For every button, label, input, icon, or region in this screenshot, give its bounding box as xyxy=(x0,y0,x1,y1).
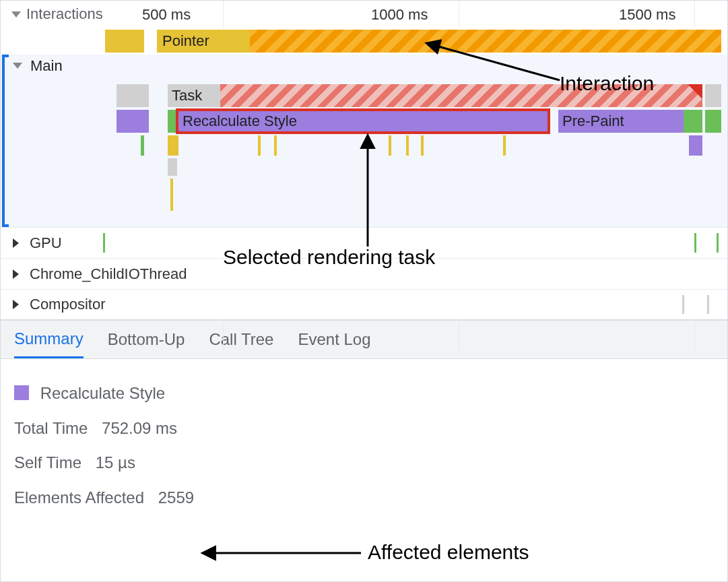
pre-paint-block[interactable]: Pre-Paint xyxy=(558,110,684,133)
gpu-mark[interactable] xyxy=(717,233,719,253)
gpu-mark[interactable] xyxy=(694,233,696,253)
purple-block[interactable] xyxy=(117,110,149,133)
green-block[interactable] xyxy=(705,110,721,133)
performance-flame-chart[interactable]: Interactions 500 ms 1000 ms 1500 ms Poin… xyxy=(1,1,727,320)
chevron-down-icon xyxy=(13,63,22,69)
tick-mark[interactable] xyxy=(141,135,144,156)
chevron-right-icon xyxy=(13,238,19,248)
tick-mark[interactable] xyxy=(406,135,409,156)
details-tabs: Summary Bottom-Up Call Tree Event Log xyxy=(1,320,727,359)
self-time-value: 15 µs xyxy=(96,453,135,472)
tab-bottom-up[interactable]: Bottom-Up xyxy=(108,321,185,358)
ruler-tick-1000: 1000 ms xyxy=(371,6,428,24)
elements-affected-label: Elements Affected xyxy=(14,488,144,507)
annotation-affected-elements: Affected elements xyxy=(368,541,529,564)
compositor-mark[interactable] xyxy=(682,295,684,314)
compositor-mark[interactable] xyxy=(707,295,709,314)
purple-small[interactable] xyxy=(689,135,702,156)
child-io-label: Chrome_ChildIOThread xyxy=(30,265,187,283)
ruler-tick-1500: 1500 ms xyxy=(619,6,675,24)
interactions-row: Pointer xyxy=(1,28,727,55)
tick-mark[interactable] xyxy=(170,179,173,211)
total-time-label: Total Time xyxy=(14,419,88,437)
time-ruler: Interactions 500 ms 1000 ms 1500 ms xyxy=(1,1,727,28)
gpu-label: GPU xyxy=(30,234,62,252)
tick-mark[interactable] xyxy=(421,135,424,156)
tick-mark[interactable] xyxy=(258,135,261,156)
ruler-tick-500: 500 ms xyxy=(142,6,191,24)
gpu-mark[interactable] xyxy=(103,233,105,253)
color-swatch xyxy=(14,385,29,400)
task-block-long[interactable]: Task xyxy=(168,84,702,107)
main-track-label: Main xyxy=(30,57,63,75)
task-block[interactable] xyxy=(705,84,721,107)
total-time-value: 752.09 ms xyxy=(102,419,177,437)
tab-summary[interactable]: Summary xyxy=(14,321,84,358)
long-task-warning xyxy=(220,84,702,107)
green-block[interactable] xyxy=(684,110,702,133)
summary-title: Recalculate Style xyxy=(40,384,165,402)
pointer-interaction[interactable]: Pointer xyxy=(157,30,250,53)
tick-mark[interactable] xyxy=(503,135,506,156)
tick-mark[interactable] xyxy=(168,158,177,176)
selection-highlight xyxy=(176,108,550,134)
chevron-down-icon xyxy=(11,11,21,18)
self-time-label: Self Time xyxy=(14,453,81,472)
tick-mark[interactable] xyxy=(389,135,391,156)
compositor-label: Compositor xyxy=(30,296,105,313)
chevron-right-icon xyxy=(13,300,19,309)
arrow-icon xyxy=(209,543,364,563)
interaction-long-tail[interactable] xyxy=(250,30,721,53)
interactions-track-header[interactable]: Interactions xyxy=(1,1,103,28)
chevron-right-icon xyxy=(13,269,19,279)
tick-mark[interactable] xyxy=(168,135,178,156)
gpu-track-header[interactable]: GPU xyxy=(1,227,727,258)
summary-panel: Recalculate Style Total Time 752.09 ms S… xyxy=(1,359,727,527)
interaction-segment[interactable] xyxy=(105,30,144,53)
child-io-thread-header[interactable]: Chrome_ChildIOThread xyxy=(1,258,727,289)
main-thread-track[interactable]: Main Task Recalculate Style Pre-Paint xyxy=(1,55,727,227)
interactions-label: Interactions xyxy=(26,5,103,23)
prepaint-label: Pre-Paint xyxy=(562,112,624,130)
compositor-track-header[interactable]: Compositor xyxy=(1,289,727,320)
long-task-corner-icon xyxy=(688,84,702,99)
tab-call-tree[interactable]: Call Tree xyxy=(209,321,273,358)
task-block[interactable] xyxy=(117,84,149,107)
elements-affected-value: 2559 xyxy=(158,488,194,507)
pointer-label: Pointer xyxy=(162,32,209,49)
tab-event-log[interactable]: Event Log xyxy=(298,321,370,358)
tick-mark[interactable] xyxy=(274,135,277,156)
task-label: Task xyxy=(172,87,202,104)
